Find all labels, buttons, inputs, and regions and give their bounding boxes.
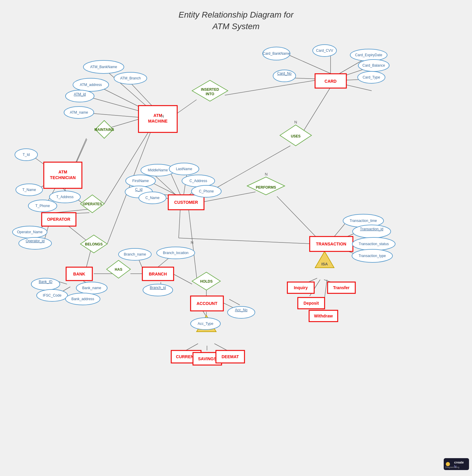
svg-text:PERFORMS: PERFORMS <box>256 185 276 190</box>
svg-line-42 <box>289 55 331 73</box>
svg-text:ATM_name: ATM_name <box>70 110 88 115</box>
svg-line-60 <box>277 196 316 237</box>
svg-text:Transaction_id: Transaction_id <box>360 227 383 231</box>
svg-text:TECHNICIAN: TECHNICIAN <box>50 175 76 180</box>
svg-text:Card_Balance: Card_Balance <box>362 63 385 68</box>
svg-text:CUSTOMER: CUSTOMER <box>174 200 198 205</box>
svg-line-51 <box>155 176 175 194</box>
svg-line-37 <box>186 344 198 350</box>
svg-text:OPERATOR: OPERATOR <box>47 217 70 222</box>
svg-text:Operator_id: Operator_id <box>26 239 44 243</box>
svg-text:Operator_Name: Operator_Name <box>17 230 43 234</box>
svg-text:MACHINE: MACHINE <box>148 119 167 123</box>
svg-line-4 <box>88 113 141 118</box>
svg-text:Transaction_status: Transaction_status <box>359 242 389 246</box>
svg-line-32 <box>189 208 197 284</box>
svg-text:Bank_ID: Bank_ID <box>39 280 52 284</box>
svg-text:MAINTAINS: MAINTAINS <box>94 128 114 132</box>
svg-text:C_Phone: C_Phone <box>199 189 214 193</box>
svg-line-7 <box>76 139 87 163</box>
svg-text:Card_BankName: Card_BankName <box>263 51 290 56</box>
svg-text:INTO: INTO <box>206 92 214 96</box>
svg-line-3 <box>88 97 141 112</box>
svg-line-30 <box>173 274 192 284</box>
svg-text:Bank_name: Bank_name <box>82 286 101 290</box>
svg-text:C_Address: C_Address <box>189 179 207 183</box>
svg-text:Transaction_time: Transaction_time <box>350 219 377 223</box>
svg-text:Card_No: Card_No <box>277 71 292 76</box>
svg-line-71 <box>179 238 316 244</box>
svg-text:ATM_address: ATM_address <box>80 83 102 87</box>
svg-text:Branch_id: Branch_id <box>150 286 166 290</box>
svg-line-19 <box>86 250 91 267</box>
svg-text:N: N <box>265 172 267 176</box>
svg-text:HAS: HAS <box>115 267 122 272</box>
svg-line-14 <box>55 209 92 213</box>
svg-text:ATM: ATM <box>58 170 67 174</box>
svg-text:HOLDS: HOLDS <box>200 279 213 284</box>
svg-text:Bank_address: Bank_address <box>71 297 94 301</box>
svg-text:Deposit: Deposit <box>303 301 319 306</box>
svg-text:LastName: LastName <box>176 167 192 171</box>
svg-text:N: N <box>191 240 193 245</box>
svg-text:Transaction_type: Transaction_type <box>359 254 386 258</box>
svg-text:ATM_Branch: ATM_Branch <box>120 76 141 80</box>
svg-text:Card_ExpiryDate: Card_ExpiryDate <box>355 53 382 57</box>
svg-text:ATM_id: ATM_id <box>74 92 86 96</box>
svg-text:ATM_BankName: ATM_BankName <box>90 65 117 69</box>
svg-text:C_id: C_id <box>135 187 143 192</box>
svg-text:FirstName: FirstName <box>132 179 149 183</box>
svg-text:Transfer: Transfer <box>333 285 350 290</box>
svg-text:CARD: CARD <box>325 79 337 84</box>
svg-text:create: create <box>454 461 464 464</box>
svg-text:ACCOUNT: ACCOUNT <box>197 301 217 306</box>
svg-text:OPERATES: OPERATES <box>82 202 102 206</box>
svg-line-61 <box>334 223 345 237</box>
svg-line-35 <box>229 299 240 305</box>
svg-text:Branch_location: Branch_location <box>163 251 189 255</box>
svg-text:N: N <box>294 120 297 124</box>
svg-line-39 <box>214 344 227 350</box>
svg-text:INSERTED: INSERTED <box>201 87 219 92</box>
svg-text:T_Address: T_Address <box>56 195 74 199</box>
svg-text:MiddleName: MiddleName <box>148 168 168 172</box>
svg-text:BELONGS: BELONGS <box>85 242 102 246</box>
svg-line-70 <box>179 210 180 238</box>
svg-text:N: N <box>161 114 164 118</box>
svg-line-6 <box>76 138 86 162</box>
svg-text:Diagramming: Diagramming <box>445 466 459 469</box>
svg-text:T_Name: T_Name <box>22 188 36 192</box>
svg-line-41 <box>225 80 315 95</box>
svg-text:Acc_No: Acc_No <box>235 308 247 312</box>
svg-text:BANK: BANK <box>73 272 85 276</box>
svg-text:Acc_Type: Acc_Type <box>198 322 214 326</box>
svg-text:IFSC_Code: IFSC_Code <box>43 293 62 298</box>
svg-text:T_Id: T_Id <box>23 153 30 157</box>
svg-text:T_Phone: T_Phone <box>35 204 50 208</box>
svg-line-49 <box>301 87 331 135</box>
creately-logo-icon <box>446 462 450 466</box>
svg-text:Withdraw: Withdraw <box>314 314 333 318</box>
svg-text:TRANSACTION: TRANSACTION <box>316 242 346 246</box>
svg-text:USES: USES <box>291 134 301 138</box>
svg-text:Inquiry: Inquiry <box>294 285 308 290</box>
erd-diagram: MAINTAINS OPERATES BELONGS HAS HOLDS INS… <box>0 0 472 476</box>
svg-text:BRANCH: BRANCH <box>149 272 167 276</box>
svg-text:Card_Type: Card_Type <box>363 75 380 79</box>
svg-text:DEEMAT: DEEMAT <box>222 354 239 359</box>
diagram-canvas: Entity Relationship Diagram for ATM Syst… <box>0 0 472 476</box>
svg-text:ISA: ISA <box>321 262 328 266</box>
svg-text:Card_CVV: Card_CVV <box>316 48 333 53</box>
svg-text:Branch_name: Branch_name <box>124 252 146 256</box>
svg-text:SAVINGS: SAVINGS <box>198 356 216 361</box>
svg-text:C_Name: C_Name <box>145 196 160 200</box>
svg-text:ATM: ATM <box>153 113 162 118</box>
